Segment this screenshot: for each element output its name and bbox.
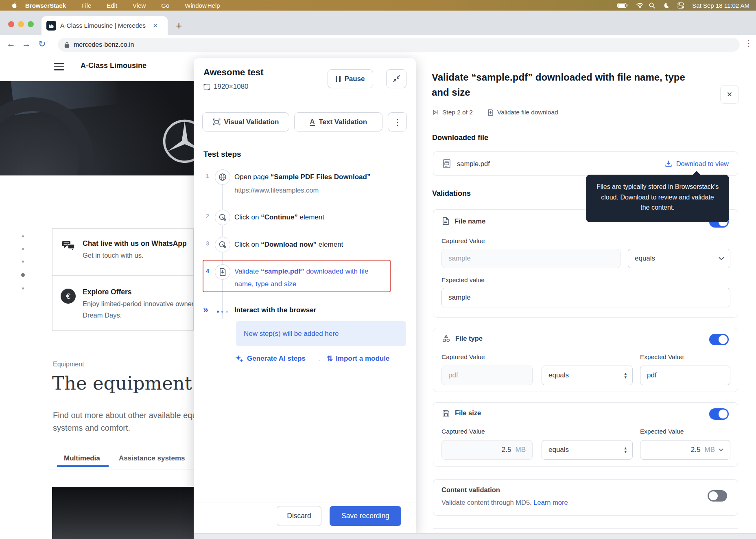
pause-button[interactable]: Pause — [328, 69, 373, 88]
visual-validation-button[interactable]: Visual Validation — [202, 112, 289, 131]
file-name-label: File name — [454, 217, 485, 225]
hamburger-menu-icon[interactable] — [54, 63, 64, 70]
control-center-icon[interactable] — [677, 2, 684, 9]
file-size-label: File size — [455, 409, 481, 417]
chevron-down-icon — [719, 257, 724, 261]
captured-value-input[interactable]: pdf — [441, 366, 533, 385]
menu-edit[interactable]: Edit — [107, 2, 117, 9]
new-tab-button[interactable]: + — [176, 20, 182, 32]
mercedes-star-icon — [162, 118, 194, 164]
expected-value-input[interactable]: 2.5 MB — [640, 440, 730, 460]
content-validation-toggle[interactable] — [708, 490, 727, 502]
carousel-dots[interactable] — [20, 235, 25, 300]
stepper-icon: ▴▾ — [624, 446, 627, 454]
equipment-paragraph-line1: Find out more about other available equi — [53, 409, 194, 422]
learn-more-link[interactable]: Learn more — [533, 499, 568, 506]
wifi-icon — [636, 2, 641, 8]
unit-label: MB — [705, 446, 715, 454]
menu-view[interactable]: View — [133, 2, 146, 9]
panel-end-divider — [433, 528, 738, 529]
menu-window[interactable]: Window — [185, 2, 206, 9]
tab-assistance-systems[interactable]: Assistance systems — [119, 454, 185, 462]
step-type-label: Validate file download — [497, 109, 558, 116]
text-validation-button[interactable]: A Text Validation — [294, 112, 382, 131]
screen: BrowserStack File Edit View Go Window He… — [0, 0, 756, 539]
menu-go[interactable]: Go — [161, 2, 169, 9]
browser-tab[interactable]: A-Class Limousine | Mercedes × — [42, 16, 168, 35]
click-icon — [215, 210, 230, 225]
document-icon — [442, 217, 449, 225]
apple-logo-icon[interactable] — [11, 2, 18, 9]
step-number: 1 — [203, 172, 212, 179]
import-module-link[interactable]: ⇅ Import a module — [327, 354, 389, 363]
expected-value-input[interactable]: sample — [441, 288, 730, 307]
step-number: 4 — [203, 267, 212, 274]
explore-offers-card[interactable]: € Explore Offers Enjoy limited-period in… — [52, 275, 194, 331]
bottom-scroll-band — [194, 533, 756, 539]
forward-icon[interactable]: → — [22, 39, 31, 49]
page-site-title: A-Class Limousine — [81, 61, 146, 70]
test-step-4-selected[interactable]: Validate “sample.pdf” downloaded with fi… — [234, 265, 388, 290]
captured-value-label: Captured Value — [441, 237, 485, 245]
recorder-divider — [203, 104, 406, 104]
offers-card-line1: Enjoy limited-period innovative owner — [83, 300, 194, 308]
menu-file[interactable]: File — [81, 2, 91, 9]
dot-separator: · — [318, 357, 320, 364]
unit-label: MB — [516, 446, 526, 454]
expected-value-input[interactable]: pdf — [640, 366, 730, 385]
content-validation-title: Content validation — [441, 486, 500, 494]
test-step-1[interactable]: Open page “Sample PDF Files Download” ht… — [234, 172, 370, 195]
content-validation-card: Content validation Validate content thro… — [433, 479, 738, 516]
menubar-app-name[interactable]: BrowserStack — [25, 2, 66, 9]
tab-multimedia[interactable]: Multimedia — [64, 454, 100, 462]
download-to-view-link[interactable]: Download to view — [665, 160, 729, 168]
equipment-eyebrow: Equipment — [53, 361, 84, 368]
download-icon — [665, 160, 672, 167]
captured-value-input[interactable]: sample — [441, 249, 621, 268]
collapse-arrows-icon — [393, 75, 400, 83]
chat-bubbles-icon — [61, 240, 76, 252]
offers-card-line2: Dream Days. — [83, 311, 194, 319]
traffic-light-zoom[interactable] — [28, 21, 34, 27]
step-number: 2 — [203, 213, 212, 219]
operator-select[interactable]: equals — [628, 249, 730, 268]
test-step-2[interactable]: Click on “Continue” element — [234, 212, 324, 223]
ellipsis-dots-icon — [217, 311, 228, 313]
operator-select[interactable]: equals ▴▾ — [542, 366, 633, 385]
chevron-down-icon — [719, 448, 723, 451]
file-size-validation-card: File size Captured Value Expected Value … — [433, 402, 738, 467]
test-step-3[interactable]: Click on “Download now” element — [234, 239, 343, 250]
file-size-toggle[interactable] — [709, 408, 729, 420]
captured-value-input[interactable]: 2.5 MB — [441, 440, 533, 460]
expected-value-label: Expected Value — [640, 353, 684, 361]
save-recording-button[interactable]: Save recording — [330, 506, 401, 526]
reload-icon[interactable]: ↻ — [38, 39, 46, 49]
menubar-clock[interactable]: Sat Sep 18 11:02 AM — [692, 2, 749, 9]
chat-card-title: Chat live with us on WhatsApp — [83, 239, 187, 248]
captured-value-label: Captured Value — [441, 353, 485, 361]
do-not-disturb-moon-icon[interactable] — [663, 2, 669, 9]
whatsapp-chat-card[interactable]: Chat live with us on WhatsApp Get in tou… — [52, 228, 194, 276]
url-omnibox[interactable]: mercedes-benz.co.in — [58, 38, 740, 52]
discard-button[interactable]: Discard — [277, 506, 321, 526]
tab-close-icon[interactable]: × — [153, 21, 157, 30]
browser-tab-strip: A-Class Limousine | Mercedes × + — [0, 11, 756, 35]
generate-ai-steps-link[interactable]: Generate AI steps — [235, 354, 306, 363]
back-icon[interactable]: ← — [7, 39, 15, 49]
operator-select[interactable]: equals ▴▾ — [542, 440, 633, 460]
floppy-disk-icon — [442, 410, 450, 417]
close-icon[interactable]: × — [720, 85, 739, 104]
recorder-title: Awesome test — [203, 67, 264, 78]
menu-help[interactable]: Help — [208, 2, 220, 9]
text-validation-icon: A — [310, 118, 315, 126]
traffic-light-close[interactable] — [8, 21, 14, 27]
collapse-button[interactable] — [386, 69, 406, 88]
more-options-kebab-icon[interactable]: ⋮ — [388, 112, 407, 131]
file-type-toggle[interactable] — [709, 334, 729, 345]
browser-menu-kebab-icon[interactable]: ⋮ — [745, 38, 753, 48]
spotlight-search-icon[interactable] — [649, 2, 655, 9]
interact-with-browser-label: Interact with the browser — [234, 306, 316, 314]
downloaded-file-heading: Downloaded file — [432, 134, 488, 142]
tabs-divider — [47, 469, 194, 469]
traffic-light-minimize[interactable] — [18, 21, 24, 27]
